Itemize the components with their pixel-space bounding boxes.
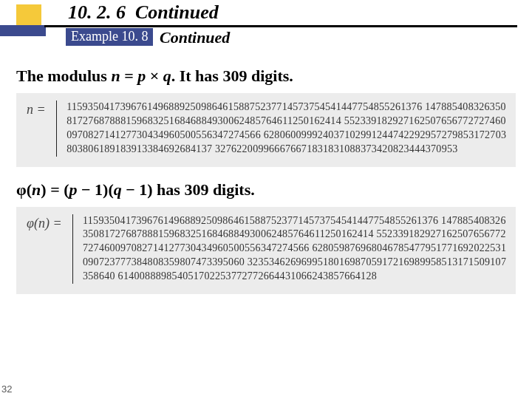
- modulus-value: 1159350417396761496889250986461588752377…: [66, 100, 507, 157]
- page-number: 32: [1, 383, 12, 395]
- example-suffix: Continued: [160, 28, 230, 47]
- modulus-value-block: n = 115935041739676149688925098646158875…: [16, 93, 516, 167]
- phi-label: φ(n) =: [27, 214, 62, 231]
- phi-value: 1159350417396761496889250986461588752377…: [83, 214, 507, 284]
- section-number: 10. 2. 6: [68, 1, 126, 23]
- slide-header: 10. 2. 6 Continued Example 10. 8 Continu…: [0, 0, 532, 47]
- modulus-label: n =: [27, 100, 46, 117]
- phi-value-block: φ(n) = 115935041739676149688925098646158…: [16, 207, 516, 294]
- section-title: 10. 2. 6 Continued: [68, 1, 219, 24]
- example-badge: Example 10. 8: [66, 28, 153, 46]
- section-suffix: Continued: [135, 1, 219, 23]
- title-underline: [44, 25, 517, 27]
- decor-blue-bar: [0, 25, 46, 36]
- modulus-sentence: The modulus n = p × q. It has 309 digits…: [16, 66, 532, 86]
- phi-sentence: φ(n) = (p − 1)(q − 1) has 309 digits.: [16, 180, 532, 200]
- vertical-separator: [56, 100, 57, 157]
